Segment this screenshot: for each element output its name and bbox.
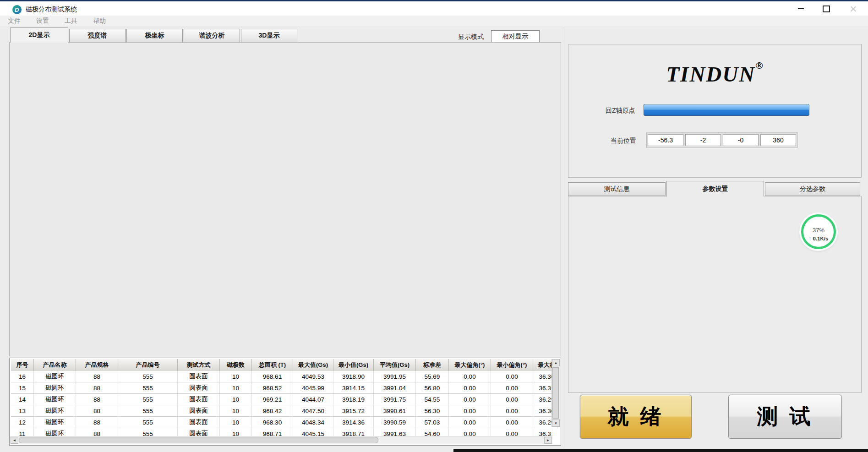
horizontal-scrollbar[interactable]: ◄ ► — [11, 436, 552, 444]
table-cell: 36.29 — [533, 394, 551, 405]
tab-intensity-spectrum[interactable]: 强度谱 — [69, 29, 126, 43]
tab-polar[interactable]: 极坐标 — [126, 29, 183, 43]
table-row[interactable]: 16磁圆环88555圆表面10968.614049.533918.903991.… — [11, 371, 551, 382]
tab-sorting-parameters[interactable]: 分选参数 — [765, 182, 860, 196]
column-header[interactable]: 平均值(Gs) — [374, 359, 416, 371]
column-header[interactable]: 标准差 — [416, 359, 449, 371]
column-header[interactable]: 最大值(Gs) — [293, 359, 333, 371]
table-cell: 36.31 — [533, 382, 551, 393]
table-cell: 3991.75 — [374, 394, 416, 405]
tab-2d-display[interactable]: 2D显示 — [10, 27, 68, 43]
column-header[interactable]: 最大极 — [533, 359, 551, 371]
current-position-label: 当前位置 — [611, 137, 636, 145]
table-cell: 10 — [220, 417, 252, 428]
column-header[interactable]: 序号 — [11, 359, 34, 371]
test-button[interactable]: 测 试 — [728, 395, 842, 439]
table-cell: 88 — [76, 417, 118, 428]
table-cell: 0.00 — [449, 394, 491, 405]
tab-test-info[interactable]: 测试信息 — [568, 182, 666, 196]
close-button[interactable] — [843, 1, 864, 16]
table-cell: 圆表面 — [178, 417, 220, 428]
minimize-icon — [798, 8, 804, 9]
bottom-edge — [453, 449, 868, 452]
table-row[interactable]: 15磁圆环88555圆表面10968.524045.993914.153991.… — [11, 382, 551, 394]
table-cell: 0.00 — [491, 417, 533, 428]
table-cell: 磁圆环 — [34, 382, 76, 393]
table-cell: 0.00 — [491, 382, 533, 393]
column-header[interactable]: 最大偏角(°) — [449, 359, 491, 371]
column-header[interactable]: 总面积 (T) — [252, 359, 293, 371]
table-cell: 4044.07 — [293, 394, 333, 405]
home-z-button[interactable] — [644, 104, 809, 116]
column-header[interactable]: 测试方式 — [178, 359, 220, 371]
menu-bar: 文件 设置 工具 帮助 — [0, 16, 868, 27]
table-body: 16磁圆环88555圆表面10968.614049.533918.903991.… — [11, 371, 551, 440]
table-cell: 88 — [76, 382, 118, 393]
table-row[interactable]: 12磁圆环88555圆表面10968.304048.343914.363990.… — [11, 417, 551, 428]
table-header-row: 序号产品名称产品规格产品编号测试方式磁极数总面积 (T)最大值(Gs)最小值(G… — [11, 359, 551, 371]
table-row[interactable]: 13磁圆环88555圆表面10968.424047.503915.723990.… — [11, 405, 551, 417]
title-bar: D 磁极分布测试系统 — [0, 0, 868, 16]
column-header[interactable]: 最小值(Gs) — [333, 359, 374, 371]
table-cell: 555 — [118, 371, 178, 382]
table-cell: 4049.53 — [293, 371, 333, 382]
current-position-display: -56.3 -2 -0 360 — [646, 132, 798, 148]
menu-help[interactable]: 帮助 — [85, 17, 114, 25]
current-position-angle: 360 — [760, 134, 796, 146]
table-cell: 0.00 — [449, 405, 491, 416]
tab-harmonic-analysis[interactable]: 谐波分析 — [184, 29, 240, 43]
vertical-scrollbar[interactable]: ▲ ▼ — [551, 359, 560, 427]
current-position-z: -0 — [723, 134, 759, 146]
table-cell: 12 — [11, 417, 34, 428]
chart-panel — [9, 42, 561, 356]
table-cell: 10 — [220, 405, 252, 416]
table-cell: 13 — [11, 405, 34, 416]
display-mode-label: 显示模式 — [458, 33, 484, 41]
scroll-down-button[interactable]: ▼ — [552, 419, 560, 427]
scroll-right-button[interactable]: ► — [544, 437, 552, 444]
table-cell: 555 — [118, 394, 178, 405]
table-cell: 968.30 — [252, 417, 293, 428]
table-cell: 4047.50 — [293, 405, 333, 416]
svg-text:D: D — [15, 6, 19, 13]
column-header[interactable]: 最小偏角(°) — [491, 359, 533, 371]
table-cell: 磁圆环 — [34, 405, 76, 416]
horizontal-scroll-thumb[interactable] — [19, 437, 378, 443]
table-cell: 555 — [118, 405, 178, 416]
tab-3d-display[interactable]: 3D显示 — [241, 29, 297, 43]
scroll-left-button[interactable]: ◄ — [11, 437, 18, 444]
table-cell: 3914.36 — [333, 417, 374, 428]
display-mode-selector[interactable]: 相对显示 — [491, 30, 540, 43]
progress-value: 37 — [813, 227, 819, 234]
ready-status-button[interactable]: 就 绪 — [580, 395, 692, 439]
menu-settings[interactable]: 设置 — [28, 17, 57, 25]
current-position-x: -56.3 — [648, 134, 683, 146]
table-cell: 3918.19 — [333, 394, 374, 405]
table-cell: 4048.34 — [293, 417, 333, 428]
column-header[interactable]: 产品编号 — [118, 359, 178, 371]
tab-parameter-settings[interactable]: 参数设置 — [666, 181, 764, 196]
table-row[interactable]: 14磁圆环88555圆表面10969.214044.073918.193991.… — [11, 394, 551, 405]
vertical-scroll-thumb[interactable] — [552, 367, 559, 419]
maximize-icon — [823, 5, 830, 12]
progress-percent: 37% — [813, 223, 824, 236]
table-cell: 4045.99 — [293, 382, 333, 393]
table-cell: 56.30 — [416, 405, 449, 416]
table-cell: 磁圆环 — [34, 417, 76, 428]
menu-tools[interactable]: 工具 — [57, 17, 85, 25]
minimize-button[interactable] — [790, 1, 811, 16]
scroll-up-button[interactable]: ▲ — [552, 359, 560, 366]
table-cell: 555 — [118, 417, 178, 428]
app-logo-icon: D — [12, 5, 22, 15]
menu-file[interactable]: 文件 — [0, 17, 28, 25]
table-cell: 88 — [76, 405, 118, 416]
scan-progress-widget[interactable]: 37% ↑ 0.1K/s — [801, 214, 836, 249]
column-header[interactable]: 磁极数 — [220, 359, 252, 371]
table-cell: 555 — [118, 382, 178, 393]
table-cell: 圆表面 — [178, 405, 220, 416]
column-header[interactable]: 产品名称 — [34, 359, 76, 371]
table-cell: 968.61 — [252, 371, 293, 382]
table-cell: 16 — [11, 371, 34, 382]
maximize-button[interactable] — [816, 1, 837, 16]
column-header[interactable]: 产品规格 — [76, 359, 118, 371]
